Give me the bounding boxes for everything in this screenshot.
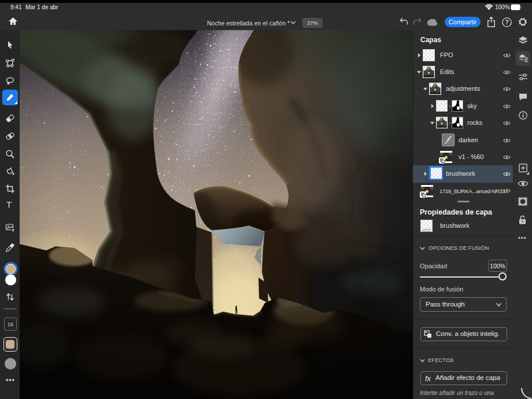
svg-text:?: ? [505,19,508,25]
